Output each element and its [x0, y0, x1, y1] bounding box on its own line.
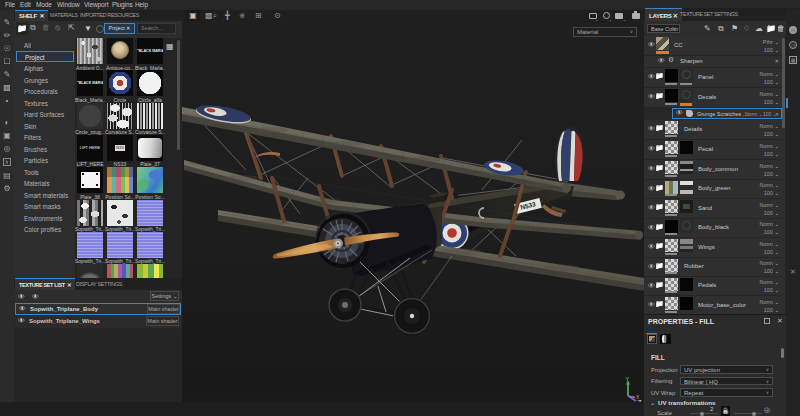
- svg-text:Y: Y: [626, 376, 630, 382]
